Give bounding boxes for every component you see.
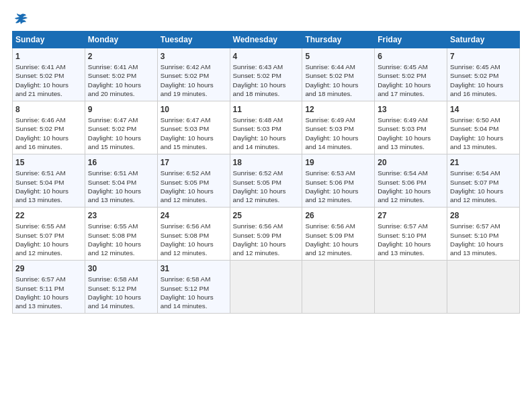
calendar-cell: 29Sunrise: 6:57 AMSunset: 5:11 PMDayligh… [13, 261, 85, 314]
weekday-header-friday: Friday [375, 32, 447, 48]
main-container: SundayMondayTuesdayWednesdayThursdayFrid… [0, 0, 532, 320]
day-info: Sunrise: 6:54 AMSunset: 5:06 PMDaylight:… [378, 169, 444, 204]
calendar-cell: 14Sunrise: 6:50 AMSunset: 5:04 PMDayligh… [447, 101, 520, 154]
day-number: 4 [233, 51, 300, 62]
day-number: 14 [450, 104, 517, 115]
calendar-cell: 10Sunrise: 6:47 AMSunset: 5:03 PMDayligh… [157, 101, 230, 154]
weekday-header-wednesday: Wednesday [230, 32, 302, 48]
day-info: Sunrise: 6:47 AMSunset: 5:02 PMDaylight:… [88, 116, 154, 151]
day-info: Sunrise: 6:51 AMSunset: 5:04 PMDaylight:… [88, 169, 154, 204]
day-number: 30 [88, 263, 154, 274]
day-number: 29 [15, 263, 82, 274]
day-info: Sunrise: 6:55 AMSunset: 5:07 PMDaylight:… [15, 222, 82, 257]
day-number: 3 [161, 51, 227, 62]
day-number: 10 [161, 104, 227, 115]
day-number: 28 [450, 210, 517, 221]
day-info: Sunrise: 6:57 AMSunset: 5:11 PMDaylight:… [15, 275, 82, 310]
day-number: 31 [161, 263, 227, 274]
day-info: Sunrise: 6:42 AMSunset: 5:02 PMDaylight:… [161, 62, 227, 98]
calendar-header-row: SundayMondayTuesdayWednesdayThursdayFrid… [13, 32, 520, 48]
calendar-cell [302, 261, 375, 314]
day-info: Sunrise: 6:58 AMSunset: 5:12 PMDaylight:… [161, 275, 227, 310]
calendar-week-row: 1Sunrise: 6:41 AMSunset: 5:02 PMDaylight… [13, 48, 520, 101]
calendar-cell: 2Sunrise: 6:41 AMSunset: 5:02 PMDaylight… [85, 48, 157, 101]
day-info: Sunrise: 6:41 AMSunset: 5:02 PMDaylight:… [15, 62, 82, 98]
day-number: 23 [88, 210, 154, 221]
calendar-cell: 8Sunrise: 6:46 AMSunset: 5:02 PMDaylight… [13, 101, 85, 154]
calendar-cell: 13Sunrise: 6:49 AMSunset: 5:03 PMDayligh… [375, 101, 447, 154]
calendar-cell: 20Sunrise: 6:54 AMSunset: 5:06 PMDayligh… [375, 154, 447, 208]
calendar-week-row: 8Sunrise: 6:46 AMSunset: 5:02 PMDaylight… [13, 101, 520, 154]
weekday-header-sunday: Sunday [13, 32, 85, 48]
header [12, 12, 520, 27]
calendar-cell: 30Sunrise: 6:58 AMSunset: 5:12 PMDayligh… [85, 261, 157, 314]
calendar-cell: 23Sunrise: 6:55 AMSunset: 5:08 PMDayligh… [85, 208, 157, 261]
day-number: 18 [233, 157, 300, 168]
day-info: Sunrise: 6:51 AMSunset: 5:04 PMDaylight:… [15, 169, 82, 204]
day-info: Sunrise: 6:55 AMSunset: 5:08 PMDaylight:… [88, 222, 154, 257]
weekday-header-thursday: Thursday [302, 32, 375, 48]
calendar-cell: 22Sunrise: 6:55 AMSunset: 5:07 PMDayligh… [13, 208, 85, 261]
calendar-cell: 3Sunrise: 6:42 AMSunset: 5:02 PMDaylight… [157, 48, 230, 101]
calendar-cell: 26Sunrise: 6:56 AMSunset: 5:09 PMDayligh… [302, 208, 375, 261]
day-number: 24 [161, 210, 227, 221]
day-number: 19 [305, 157, 371, 168]
day-number: 26 [305, 210, 371, 221]
day-number: 15 [15, 157, 82, 168]
day-number: 22 [15, 210, 82, 221]
weekday-header-tuesday: Tuesday [157, 32, 230, 48]
day-number: 9 [88, 104, 154, 115]
calendar-cell: 25Sunrise: 6:56 AMSunset: 5:09 PMDayligh… [230, 208, 302, 261]
day-info: Sunrise: 6:53 AMSunset: 5:06 PMDaylight:… [305, 169, 371, 204]
calendar-cell: 28Sunrise: 6:57 AMSunset: 5:10 PMDayligh… [447, 208, 520, 261]
calendar-week-row: 15Sunrise: 6:51 AMSunset: 5:04 PMDayligh… [13, 154, 520, 208]
calendar-cell: 4Sunrise: 6:43 AMSunset: 5:02 PMDaylight… [230, 48, 302, 101]
calendar-cell: 21Sunrise: 6:54 AMSunset: 5:07 PMDayligh… [447, 154, 520, 208]
day-number: 2 [88, 51, 154, 62]
day-info: Sunrise: 6:49 AMSunset: 5:03 PMDaylight:… [378, 116, 444, 151]
calendar-cell: 19Sunrise: 6:53 AMSunset: 5:06 PMDayligh… [302, 154, 375, 208]
calendar-cell: 5Sunrise: 6:44 AMSunset: 5:02 PMDaylight… [302, 48, 375, 101]
day-number: 7 [450, 51, 517, 62]
day-number: 16 [88, 157, 154, 168]
day-number: 5 [305, 51, 371, 62]
day-info: Sunrise: 6:44 AMSunset: 5:02 PMDaylight:… [305, 62, 371, 98]
day-info: Sunrise: 6:45 AMSunset: 5:02 PMDaylight:… [378, 62, 444, 98]
day-number: 1 [15, 51, 82, 62]
day-info: Sunrise: 6:48 AMSunset: 5:03 PMDaylight:… [233, 116, 300, 151]
day-info: Sunrise: 6:41 AMSunset: 5:02 PMDaylight:… [88, 62, 154, 98]
day-info: Sunrise: 6:50 AMSunset: 5:04 PMDaylight:… [450, 116, 517, 151]
day-number: 11 [233, 104, 300, 115]
day-number: 8 [15, 104, 82, 115]
day-info: Sunrise: 6:56 AMSunset: 5:08 PMDaylight:… [161, 222, 227, 257]
calendar-cell: 7Sunrise: 6:45 AMSunset: 5:02 PMDaylight… [447, 48, 520, 101]
day-number: 13 [378, 104, 444, 115]
day-info: Sunrise: 6:57 AMSunset: 5:10 PMDaylight:… [450, 222, 517, 257]
calendar-cell [447, 261, 520, 314]
day-info: Sunrise: 6:52 AMSunset: 5:05 PMDaylight:… [233, 169, 300, 204]
day-number: 20 [378, 157, 444, 168]
calendar-week-row: 29Sunrise: 6:57 AMSunset: 5:11 PMDayligh… [13, 261, 520, 314]
logo [12, 12, 28, 27]
day-info: Sunrise: 6:43 AMSunset: 5:02 PMDaylight:… [233, 62, 300, 98]
calendar-cell: 24Sunrise: 6:56 AMSunset: 5:08 PMDayligh… [157, 208, 230, 261]
day-number: 25 [233, 210, 300, 221]
day-info: Sunrise: 6:56 AMSunset: 5:09 PMDaylight:… [305, 222, 371, 257]
weekday-header-saturday: Saturday [447, 32, 520, 48]
day-number: 12 [305, 104, 371, 115]
day-info: Sunrise: 6:47 AMSunset: 5:03 PMDaylight:… [161, 116, 227, 151]
calendar-cell: 16Sunrise: 6:51 AMSunset: 5:04 PMDayligh… [85, 154, 157, 208]
day-info: Sunrise: 6:46 AMSunset: 5:02 PMDaylight:… [15, 116, 82, 151]
day-info: Sunrise: 6:52 AMSunset: 5:05 PMDaylight:… [161, 169, 227, 204]
weekday-header-monday: Monday [85, 32, 157, 48]
calendar-cell: 27Sunrise: 6:57 AMSunset: 5:10 PMDayligh… [375, 208, 447, 261]
calendar-cell [375, 261, 447, 314]
calendar-cell: 15Sunrise: 6:51 AMSunset: 5:04 PMDayligh… [13, 154, 85, 208]
day-info: Sunrise: 6:58 AMSunset: 5:12 PMDaylight:… [88, 275, 154, 310]
day-number: 17 [161, 157, 227, 168]
calendar-cell [230, 261, 302, 314]
calendar-table: SundayMondayTuesdayWednesdayThursdayFrid… [12, 31, 520, 314]
day-info: Sunrise: 6:49 AMSunset: 5:03 PMDaylight:… [305, 116, 371, 151]
day-number: 21 [450, 157, 517, 168]
calendar-cell: 11Sunrise: 6:48 AMSunset: 5:03 PMDayligh… [230, 101, 302, 154]
